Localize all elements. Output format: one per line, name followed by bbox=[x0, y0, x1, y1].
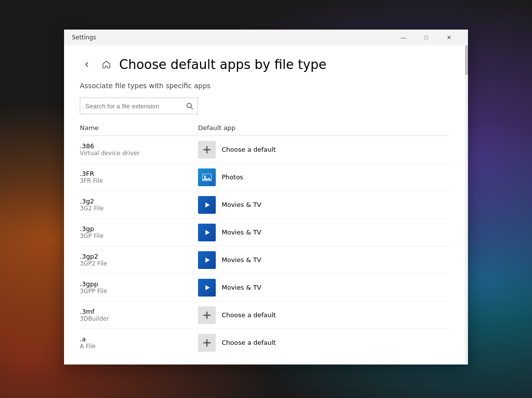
file-extension: .3mf bbox=[80, 308, 198, 315]
title-bar-left: Settings bbox=[72, 34, 96, 41]
photos-icon bbox=[202, 172, 212, 182]
app-name-label: Movies & TV bbox=[222, 256, 261, 264]
svg-point-5 bbox=[204, 175, 206, 177]
plus-icon bbox=[202, 145, 212, 155]
page-title: Choose default apps by file type bbox=[119, 57, 327, 72]
row-name-col: .3gpp3GPP File bbox=[80, 280, 198, 295]
window-title-label: Settings bbox=[72, 34, 96, 41]
table-row: .3FR3FR FilePhotos bbox=[80, 164, 449, 191]
svg-marker-9 bbox=[205, 285, 210, 290]
maximize-button[interactable]: □ bbox=[415, 30, 437, 45]
svg-marker-6 bbox=[205, 202, 210, 207]
play-icon bbox=[202, 255, 212, 265]
table-row: .3gpp3GPP FileMovies & TV bbox=[80, 274, 449, 301]
row-app-col[interactable]: Photos bbox=[198, 168, 449, 186]
svg-line-1 bbox=[191, 107, 193, 109]
title-bar: Settings — □ ✕ bbox=[64, 30, 468, 45]
row-app-col[interactable]: Choose a default bbox=[198, 334, 449, 352]
row-app-col[interactable]: Movies & TV bbox=[198, 224, 449, 241]
app-icon bbox=[198, 306, 216, 324]
file-description: 3DBuilder bbox=[80, 315, 198, 322]
app-name-label: Photos bbox=[222, 173, 243, 181]
close-button[interactable]: ✕ bbox=[437, 30, 460, 45]
settings-window: Settings — □ ✕ Choose bbox=[64, 30, 468, 365]
table-body: .386Virtual device driverChoose a defaul… bbox=[80, 136, 449, 353]
svg-marker-7 bbox=[205, 230, 210, 235]
play-icon bbox=[202, 283, 212, 293]
row-name-col: .3g23G2 File bbox=[80, 198, 198, 212]
file-extension: .3gpp bbox=[80, 280, 198, 288]
column-name-header: Name bbox=[80, 124, 198, 132]
file-extension: .3FR bbox=[80, 170, 198, 177]
file-extension: .a bbox=[80, 335, 198, 343]
app-icon bbox=[198, 141, 216, 159]
play-icon bbox=[202, 200, 212, 210]
table-row: .aA FileChoose a default bbox=[80, 329, 449, 353]
table-header: Name Default app bbox=[80, 122, 449, 136]
file-description: 3GP2 File bbox=[80, 260, 198, 267]
search-input[interactable] bbox=[80, 102, 182, 110]
home-icon bbox=[102, 60, 111, 69]
file-type-table: Name Default app .386Virtual device driv… bbox=[80, 122, 449, 353]
file-extension: .3gp bbox=[80, 225, 198, 232]
row-name-col: .aA File bbox=[80, 335, 198, 350]
row-app-col[interactable]: Movies & TV bbox=[198, 251, 449, 269]
row-app-col[interactable]: Movies & TV bbox=[198, 279, 449, 297]
table-row: .3gp3GP FileMovies & TV bbox=[80, 219, 449, 246]
app-name-label: Movies & TV bbox=[222, 229, 261, 236]
home-button[interactable] bbox=[100, 58, 113, 71]
back-button[interactable] bbox=[80, 58, 94, 71]
file-description: A File bbox=[80, 343, 198, 350]
app-name-label: Choose a default bbox=[222, 339, 276, 346]
file-description: 3GPP File bbox=[80, 288, 198, 295]
svg-marker-8 bbox=[205, 258, 210, 263]
row-name-col: .3gp23GP2 File bbox=[80, 253, 198, 267]
file-description: 3FR File bbox=[80, 177, 198, 184]
file-extension: .3g2 bbox=[80, 198, 198, 205]
app-icon bbox=[198, 224, 216, 241]
row-name-col: .3mf3DBuilder bbox=[80, 308, 198, 322]
row-name-col: .3gp3GP File bbox=[80, 225, 198, 239]
back-icon bbox=[84, 62, 90, 67]
search-button[interactable] bbox=[182, 98, 198, 114]
minimize-button[interactable]: — bbox=[392, 30, 415, 45]
search-box bbox=[80, 98, 198, 114]
row-name-col: .386Virtual device driver bbox=[80, 142, 198, 157]
table-row: .3g23G2 FileMovies & TV bbox=[80, 191, 449, 219]
title-bar-controls: — □ ✕ bbox=[392, 30, 460, 45]
page-header: Choose default apps by file type bbox=[80, 57, 449, 72]
table-row: .3gp23GP2 FileMovies & TV bbox=[80, 246, 449, 274]
play-icon bbox=[202, 228, 212, 237]
main-content: Choose default apps by file type Associa… bbox=[64, 45, 465, 365]
row-name-col: .3FR3FR File bbox=[80, 170, 198, 184]
row-app-col[interactable]: Movies & TV bbox=[198, 196, 449, 214]
column-app-header: Default app bbox=[198, 124, 449, 132]
row-app-col[interactable]: Choose a default bbox=[198, 141, 449, 159]
scrollbar-thumb bbox=[465, 45, 468, 75]
plus-icon bbox=[202, 310, 212, 320]
scrollbar-track[interactable] bbox=[465, 45, 468, 365]
app-icon bbox=[198, 279, 216, 297]
file-extension: .3gp2 bbox=[80, 253, 198, 260]
file-description: 3G2 File bbox=[80, 205, 198, 212]
plus-icon bbox=[202, 338, 212, 348]
app-name-label: Choose a default bbox=[222, 311, 276, 319]
app-name-label: Movies & TV bbox=[222, 284, 261, 291]
file-description: Virtual device driver bbox=[80, 150, 198, 157]
row-app-col[interactable]: Choose a default bbox=[198, 306, 449, 324]
app-icon bbox=[198, 334, 216, 352]
search-icon bbox=[186, 102, 193, 109]
table-row: .386Virtual device driverChoose a defaul… bbox=[80, 136, 449, 164]
subtitle-text: Associate file types with specific apps bbox=[80, 82, 449, 90]
table-row: .3mf3DBuilderChoose a default bbox=[80, 301, 449, 329]
app-icon bbox=[198, 168, 216, 186]
file-description: 3GP File bbox=[80, 232, 198, 239]
app-name-label: Movies & TV bbox=[222, 201, 261, 208]
app-icon bbox=[198, 196, 216, 214]
content-area: Choose default apps by file type Associa… bbox=[64, 45, 468, 365]
app-name-label: Choose a default bbox=[222, 146, 276, 153]
app-icon bbox=[198, 251, 216, 269]
file-extension: .386 bbox=[80, 142, 198, 150]
